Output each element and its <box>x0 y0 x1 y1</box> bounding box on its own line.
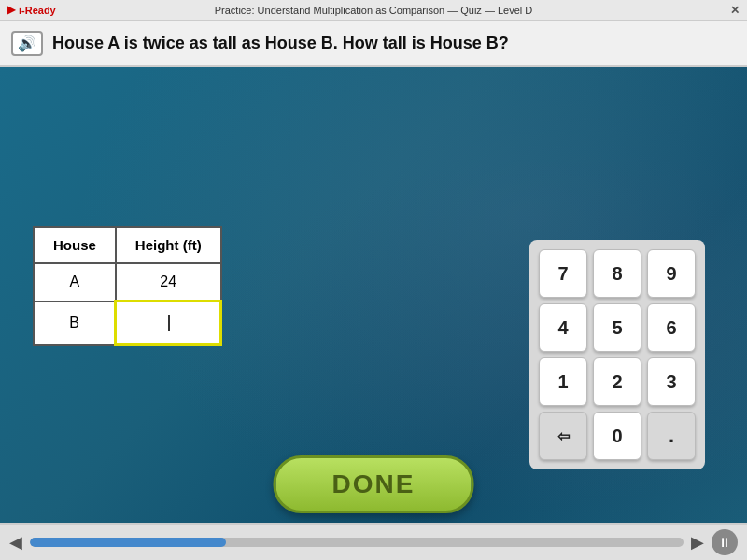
key-3[interactable]: 3 <box>647 357 696 406</box>
title-bar-center-text: Practice: Understand Multiplication as C… <box>215 5 533 16</box>
data-table-container: House Height (ft) A 24 B <box>33 226 222 346</box>
nav-prev-button[interactable]: ◀ <box>9 532 22 553</box>
key-8[interactable]: 8 <box>593 249 641 298</box>
key-4[interactable]: 4 <box>539 303 587 352</box>
progress-bar-container <box>30 538 684 547</box>
logo-text: i-Ready <box>19 5 56 16</box>
iready-logo: ▶ i-Ready <box>7 4 56 16</box>
decimal-key[interactable]: . <box>647 412 696 460</box>
bottom-bar: ◀ ▶ ⏸ <box>0 523 747 560</box>
key-7[interactable]: 7 <box>539 249 587 298</box>
house-a-label: A <box>34 263 116 301</box>
cursor-line <box>168 315 170 331</box>
key-1[interactable]: 1 <box>539 357 587 406</box>
answer-cell[interactable] <box>116 301 221 345</box>
nav-next-button[interactable]: ▶ <box>691 532 704 553</box>
key-6[interactable]: 6 <box>647 303 696 352</box>
logo-icon: ▶ <box>7 4 15 16</box>
key-0[interactable]: 0 <box>593 412 641 460</box>
key-5[interactable]: 5 <box>593 303 641 352</box>
speaker-icon: 🔊 <box>18 35 36 51</box>
pause-button[interactable]: ⏸ <box>712 529 738 555</box>
pause-icon: ⏸ <box>718 535 731 550</box>
numpad: 7 8 9 4 5 6 1 2 3 ⇦ 0 . <box>529 240 705 469</box>
close-button[interactable]: ✕ <box>730 4 740 17</box>
speaker-button[interactable]: 🔊 <box>11 31 43 56</box>
data-table: House Height (ft) A 24 B <box>33 226 222 346</box>
table-row: B <box>34 301 221 345</box>
answer-input-display <box>135 312 201 334</box>
title-bar: ▶ i-Ready Practice: Understand Multiplic… <box>0 0 747 21</box>
question-bar: 🔊 House A is twice as tall as House B. H… <box>0 21 747 67</box>
key-9[interactable]: 9 <box>647 249 696 298</box>
col-height-header: Height (ft) <box>116 227 221 263</box>
backspace-key[interactable]: ⇦ <box>539 412 587 460</box>
table-row: A 24 <box>34 263 221 301</box>
main-content: House Height (ft) A 24 B <box>0 67 747 560</box>
house-a-height: 24 <box>116 263 221 301</box>
house-b-label: B <box>34 301 116 345</box>
done-button[interactable]: DONE <box>274 455 474 513</box>
progress-bar-fill <box>30 538 226 547</box>
question-text: House A is twice as tall as House B. How… <box>52 34 509 53</box>
key-2[interactable]: 2 <box>593 357 641 406</box>
col-house-header: House <box>34 227 116 263</box>
